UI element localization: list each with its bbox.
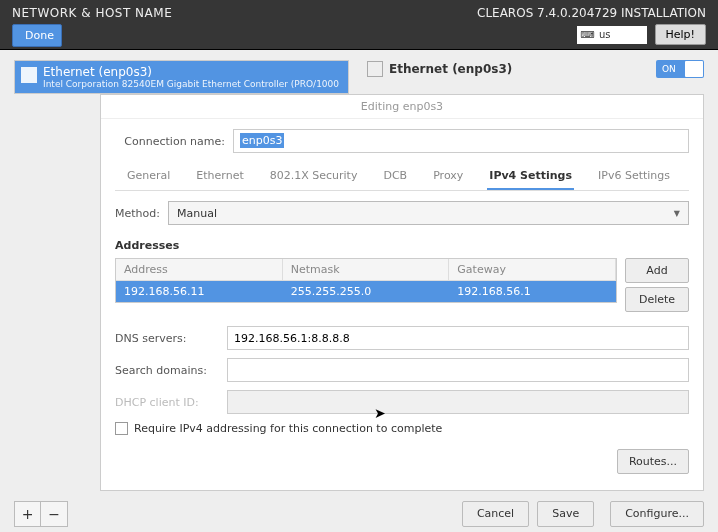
install-title: CLEAROS 7.4.0.204729 INSTALLATION — [477, 6, 706, 20]
require-ipv4-checkbox[interactable] — [115, 422, 128, 435]
method-label: Method: — [115, 207, 160, 220]
device-item[interactable]: Ethernet (enp0s3) Intel Corporation 8254… — [15, 61, 348, 93]
tab-proxy[interactable]: Proxy — [431, 163, 465, 190]
top-bar: NETWORK & HOST NAME Done CLEAROS 7.4.0.2… — [0, 0, 718, 50]
tab-dcb[interactable]: DCB — [381, 163, 409, 190]
tab-ipv4[interactable]: IPv4 Settings — [487, 163, 574, 190]
device-list[interactable]: Ethernet (enp0s3) Intel Corporation 8254… — [14, 60, 349, 94]
page-title: NETWORK & HOST NAME — [12, 6, 172, 20]
tab-ipv6[interactable]: IPv6 Settings — [596, 163, 672, 190]
network-name: Ethernet (enp0s3) — [389, 62, 512, 76]
dhcp-client-id-label: DHCP client ID: — [115, 396, 219, 409]
tab-general[interactable]: General — [125, 163, 172, 190]
dns-input[interactable] — [227, 326, 689, 350]
help-button[interactable]: Help! — [655, 24, 707, 45]
editor-title: Editing enp0s3 — [101, 95, 703, 119]
connection-editor: Editing enp0s3 Connection name: enp0s3 G… — [100, 94, 704, 491]
require-ipv4-label: Require IPv4 addressing for this connect… — [134, 422, 442, 435]
keyboard-indicator[interactable]: ⌨ us — [577, 26, 647, 44]
configure-button[interactable]: Configure... — [610, 501, 704, 527]
save-button[interactable]: Save — [537, 501, 594, 527]
keyboard-icon: ⌨ — [581, 29, 595, 40]
addresses-label: Addresses — [115, 239, 689, 252]
search-domains-label: Search domains: — [115, 364, 219, 377]
table-row[interactable]: 192.168.56.11 255.255.255.0 192.168.56.1 — [116, 281, 616, 302]
tab-ethernet[interactable]: Ethernet — [194, 163, 245, 190]
delete-button[interactable]: Delete — [625, 287, 689, 312]
search-domains-input[interactable] — [227, 358, 689, 382]
dns-label: DNS servers: — [115, 332, 219, 345]
done-button[interactable]: Done — [12, 24, 62, 47]
network-icon — [367, 61, 383, 77]
add-remove-device: + − — [14, 501, 68, 527]
connection-name-input[interactable]: enp0s3 — [233, 129, 689, 153]
dhcp-client-id-input — [227, 390, 689, 414]
network-toggle[interactable]: ON — [656, 60, 704, 78]
connection-name-label: Connection name: — [115, 135, 225, 148]
cancel-button[interactable]: Cancel — [462, 501, 529, 527]
method-combo[interactable]: Manual — [168, 201, 689, 225]
settings-tabs: General Ethernet 802.1X Security DCB Pro… — [115, 163, 689, 191]
ethernet-icon — [21, 67, 37, 83]
add-button[interactable]: Add — [625, 258, 689, 283]
tab-8021x[interactable]: 802.1X Security — [268, 163, 360, 190]
addresses-table[interactable]: Address Netmask Gateway 192.168.56.11 25… — [115, 258, 617, 303]
remove-device-button[interactable]: − — [41, 502, 67, 526]
add-device-button[interactable]: + — [15, 502, 41, 526]
routes-button[interactable]: Routes... — [617, 449, 689, 474]
